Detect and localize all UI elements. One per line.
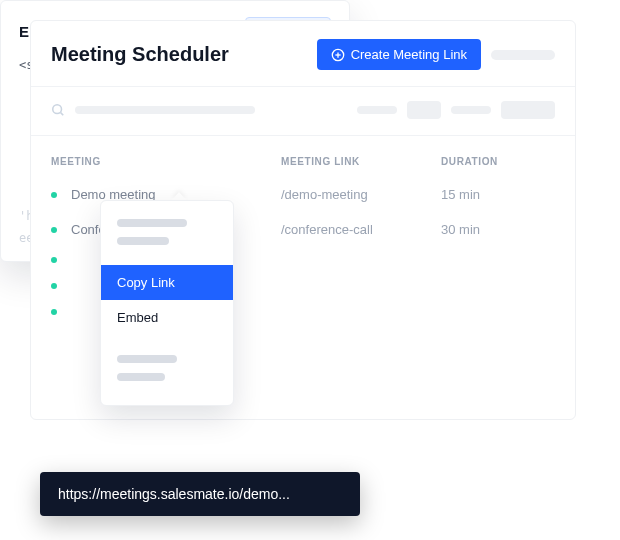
- status-dot-icon: [51, 283, 57, 289]
- status-dot-icon: [51, 257, 57, 263]
- menu-placeholder: [117, 355, 177, 363]
- meeting-link: /demo-meeting: [281, 187, 441, 202]
- filters-row: [31, 87, 575, 136]
- copied-url-toast: https://meetings.salesmate.io/demo...: [40, 472, 360, 516]
- search-input[interactable]: [75, 106, 255, 114]
- plus-circle-icon: [331, 48, 345, 62]
- header-row: Meeting Scheduler Create Meeting Link: [31, 21, 575, 87]
- col-head-duration: DURATION: [441, 156, 555, 167]
- menu-placeholder: [117, 373, 165, 381]
- popover-caret-icon: [172, 192, 186, 200]
- menu-placeholder: [117, 219, 187, 227]
- filter-chip[interactable]: [407, 101, 441, 119]
- menu-placeholder: [117, 237, 169, 245]
- filter-placeholder-2: [451, 106, 491, 114]
- svg-point-3: [53, 105, 62, 114]
- status-dot-icon: [51, 227, 57, 233]
- create-meeting-link-button[interactable]: Create Meeting Link: [317, 39, 481, 70]
- meeting-duration: 30 min: [441, 222, 480, 237]
- menu-item-embed[interactable]: Embed: [101, 300, 233, 335]
- actions-popover: Copy Link Embed: [100, 200, 234, 406]
- col-head-link: MEETING LINK: [281, 156, 441, 167]
- meeting-link: /conference-call: [281, 222, 591, 237]
- page-title: Meeting Scheduler: [51, 43, 229, 66]
- status-dot-icon: [51, 309, 57, 315]
- table-head: MEETING MEETING LINK DURATION: [31, 136, 575, 175]
- filter-dropdown[interactable]: [501, 101, 555, 119]
- search-icon[interactable]: [51, 103, 65, 117]
- svg-line-4: [61, 113, 64, 116]
- meeting-duration: 15 min: [441, 187, 480, 202]
- status-dot-icon: [51, 192, 57, 198]
- header-placeholder: [491, 50, 555, 60]
- menu-item-copy-link[interactable]: Copy Link: [101, 265, 233, 300]
- create-meeting-link-label: Create Meeting Link: [351, 47, 467, 62]
- filter-placeholder: [357, 106, 397, 114]
- col-head-meeting: MEETING: [51, 156, 281, 167]
